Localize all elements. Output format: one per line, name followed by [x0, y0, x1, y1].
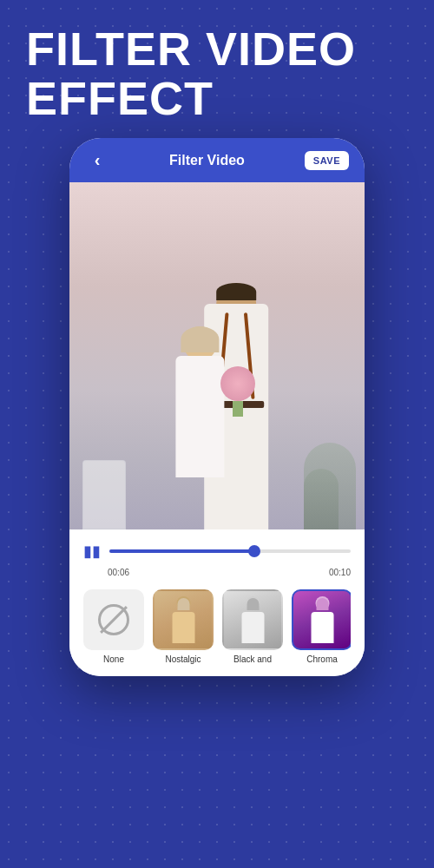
filter-item-nostalgic[interactable]: Nostalgic [153, 589, 214, 664]
filter-item-chroma[interactable]: Chroma [292, 589, 351, 664]
filter-thumb-none[interactable] [83, 589, 144, 650]
controls-area: ▮▮ 00:06 00:10 None [69, 529, 365, 676]
filter-preview-chroma [307, 596, 338, 648]
filter-label-chroma: Chroma [306, 654, 338, 664]
filters-row: None Nostalgic [83, 589, 351, 667]
woman-figure [175, 326, 224, 477]
current-time: 00:06 [108, 568, 129, 577]
filter-label-nostalgic: Nostalgic [165, 654, 201, 664]
filter-preview-blackwhite [238, 596, 268, 648]
title-line2: EFFECT [26, 74, 408, 123]
pause-button[interactable]: ▮▮ [83, 542, 101, 561]
video-preview [69, 182, 365, 529]
filter-thumb-blackwhite[interactable] [222, 589, 283, 650]
filter-label-blackwhite: Black and [233, 654, 272, 664]
progress-track[interactable] [109, 549, 351, 553]
no-filter-icon [98, 604, 129, 635]
screen-title: Filter Video [169, 153, 245, 168]
main-title: FILTER VIDEO EFFECT [26, 24, 408, 122]
filter-item-blackwhite[interactable]: Black and [222, 589, 283, 664]
filter-preview-nostalgic [168, 596, 199, 648]
page-container: FILTER VIDEO EFFECT ‹ Filter Video SAVE [0, 0, 434, 868]
filter-thumb-nostalgic[interactable] [153, 589, 214, 650]
filter-item-none[interactable]: None [83, 589, 144, 664]
video-content [69, 182, 365, 529]
progress-bar-container: ▮▮ [83, 542, 351, 561]
bg-structure [82, 460, 126, 529]
save-button[interactable]: SAVE [305, 151, 349, 170]
filter-label-none: None [103, 654, 124, 664]
title-section: FILTER VIDEO EFFECT [0, 0, 434, 138]
filter-thumb-chroma[interactable] [292, 589, 351, 650]
total-time: 00:10 [329, 568, 351, 577]
phone-header: ‹ Filter Video SAVE [69, 138, 365, 182]
time-labels: 00:06 00:10 [83, 568, 351, 577]
back-button[interactable]: ‹ [85, 150, 109, 170]
phone-mockup: ‹ Filter Video SAVE [69, 138, 365, 676]
title-line1: FILTER VIDEO [26, 24, 408, 74]
tree-right2 [304, 469, 339, 529]
bouquet [220, 366, 255, 417]
progress-thumb[interactable] [248, 545, 260, 557]
progress-fill [109, 549, 254, 553]
